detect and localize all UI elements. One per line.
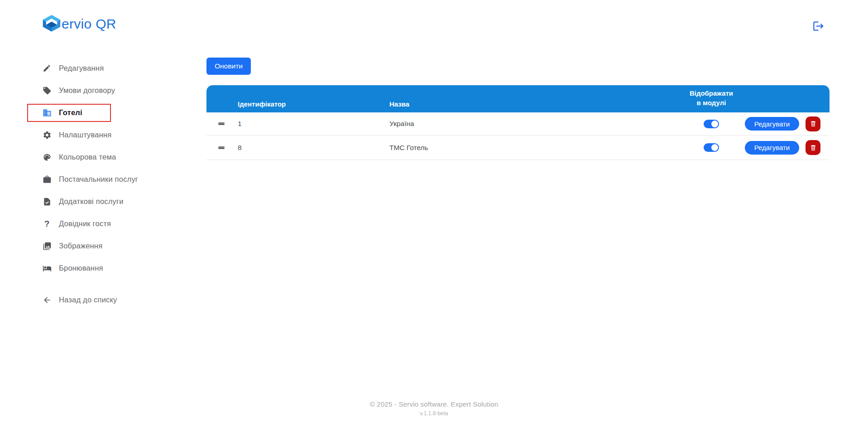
copyright-text: © 2025 - Servio software. Expert Solutio…: [0, 400, 868, 408]
images-icon: [42, 241, 52, 251]
building-icon: [42, 108, 52, 117]
sidebar-item-label: Бронювання: [59, 264, 103, 272]
table-header-row: Ідентифікатор Назва Відображати в модулі: [206, 85, 830, 112]
sidebar-item-label: Додаткові послуги: [59, 197, 124, 206]
tag-icon: [42, 86, 52, 95]
sidebar-item-bookings[interactable]: Бронювання: [0, 257, 177, 279]
sidebar-item-additional-services[interactable]: Додаткові послуги: [0, 190, 177, 213]
cell-name: ТМС Готель: [388, 144, 678, 152]
sidebar-item-label: Налаштування: [59, 131, 111, 139]
pencil-icon: [42, 63, 52, 73]
sidebar-item-label: Готелі: [59, 108, 82, 117]
back-arrow-icon: [42, 295, 52, 305]
version-text: v.1.1.8-beta: [0, 410, 868, 417]
sidebar-item-editing[interactable]: Редагування: [0, 57, 177, 79]
sidebar-item-service-providers[interactable]: Постачальники послуг: [0, 168, 177, 190]
servio-logo: ervio QR: [42, 15, 116, 34]
hotels-table: Ідентифікатор Назва Відображати в модулі…: [206, 85, 830, 160]
sidebar-item-settings[interactable]: Налаштування: [0, 124, 177, 146]
footer: © 2025 - Servio software. Expert Solutio…: [0, 400, 868, 417]
logout-button[interactable]: [811, 19, 825, 33]
question-icon: ?: [42, 219, 52, 228]
trash-icon: [810, 120, 817, 127]
sidebar-item-back-to-list[interactable]: Назад до списку: [0, 289, 177, 311]
palette-icon: [42, 152, 52, 162]
header-display-in-module: Відображати в модулі: [678, 85, 745, 112]
table-row: 8 ТМС Готель Редагувати: [206, 136, 830, 160]
delete-button[interactable]: [806, 140, 820, 155]
delete-button[interactable]: [806, 116, 820, 131]
sidebar-item-images[interactable]: Зображення: [0, 235, 177, 257]
display-toggle[interactable]: [704, 120, 719, 128]
sidebar-item-guest-directory[interactable]: ? Довідник гостя: [0, 213, 177, 235]
sidebar-item-color-theme[interactable]: Кольорова тема: [0, 146, 177, 168]
header-actions: [745, 85, 830, 112]
drag-handle-icon[interactable]: [217, 119, 226, 128]
display-toggle[interactable]: [704, 143, 719, 152]
drag-handle-icon[interactable]: [217, 143, 226, 152]
cell-name: Україна: [388, 120, 678, 128]
logout-icon: [812, 20, 825, 32]
cell-identifier: 8: [236, 144, 388, 152]
sidebar-item-label: Редагування: [59, 64, 104, 73]
sidebar-item-label: Умови договору: [59, 86, 115, 95]
sidebar-item-label: Назад до списку: [59, 296, 117, 304]
sidebar-item-label: Зображення: [59, 242, 102, 250]
logo-text: ervio QR: [62, 16, 116, 32]
refresh-button[interactable]: Оновити: [206, 58, 251, 75]
header-drag-column: [206, 85, 236, 112]
sidebar-item-label: Кольорова тема: [59, 153, 116, 161]
trash-icon: [810, 144, 817, 151]
sidebar-item-label: Довідник гостя: [59, 219, 111, 228]
briefcase-icon: [42, 175, 52, 184]
table-row: 1 Україна Редагувати: [206, 112, 830, 136]
bed-icon: [42, 263, 52, 273]
cell-identifier: 1: [236, 120, 388, 128]
document-check-icon: [42, 197, 52, 206]
sidebar-item-hotels[interactable]: Готелі: [0, 102, 177, 124]
sidebar-item-label: Постачальники послуг: [59, 175, 138, 184]
app-root: ervio QR Редагування Умови договору: [0, 0, 868, 427]
servio-logo-mark-icon: [42, 15, 61, 34]
edit-button[interactable]: Редагувати: [745, 141, 799, 155]
gear-icon: [42, 130, 52, 140]
edit-button[interactable]: Редагувати: [745, 117, 799, 131]
header-identifier: Ідентифікатор: [236, 85, 388, 112]
sidebar: Редагування Умови договору Готелі: [0, 57, 177, 311]
header-name: Назва: [388, 85, 678, 112]
sidebar-item-contract-terms[interactable]: Умови договору: [0, 79, 177, 102]
